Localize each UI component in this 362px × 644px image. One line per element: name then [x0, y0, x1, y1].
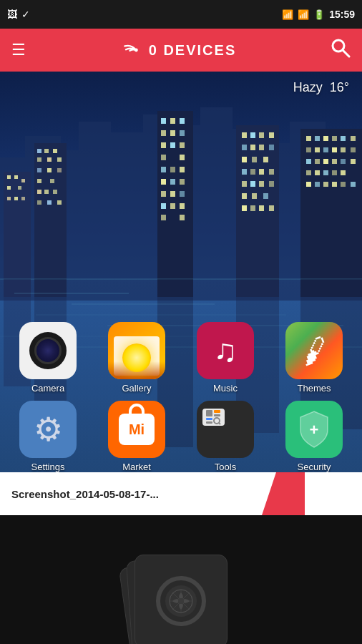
status-right-icons: 📶 📶 🔋 15:59 [282, 9, 355, 20]
camera-label: Camera [31, 383, 64, 394]
svg-rect-22 [18, 186, 21, 190]
svg-rect-89 [269, 181, 274, 187]
main-content: Hazy 16° Camera Gallery ♫ Mus [0, 72, 362, 472]
svg-rect-143 [206, 421, 212, 424]
cell-signal-icon: 📶 [298, 9, 309, 20]
svg-rect-121 [306, 182, 311, 187]
wifi-signal-icon: 📶 [282, 9, 293, 20]
security-icon: + [285, 401, 343, 458]
svg-rect-83 [250, 169, 255, 175]
svg-rect-73 [259, 132, 264, 138]
app-music[interactable]: ♫ Music [185, 322, 266, 394]
svg-rect-85 [269, 169, 274, 175]
svg-point-144 [214, 418, 220, 424]
svg-rect-88 [259, 181, 264, 187]
svg-rect-54 [161, 155, 166, 160]
weather-temperature: 16° [330, 80, 349, 94]
svg-rect-141 [214, 414, 220, 416]
svg-rect-71 [242, 132, 247, 138]
app-camera[interactable]: Camera [7, 322, 89, 394]
svg-rect-97 [300, 129, 362, 297]
svg-rect-57 [170, 167, 175, 172]
svg-rect-41 [37, 200, 41, 205]
svg-rect-23 [7, 197, 11, 200]
svg-rect-32 [57, 157, 62, 162]
svg-rect-103 [351, 136, 356, 141]
svg-rect-27 [37, 149, 41, 153]
music-note-icon: ♫ [214, 333, 238, 369]
gear-icon: ⚙ [34, 410, 63, 449]
svg-rect-49 [170, 130, 175, 136]
svg-rect-12 [200, 107, 233, 301]
svg-rect-64 [180, 191, 185, 197]
security-label: Security [298, 462, 331, 472]
app-market[interactable]: Mi Market [96, 401, 177, 472]
svg-rect-68 [161, 215, 166, 220]
svg-rect-87 [250, 181, 255, 187]
app-security[interactable]: + Security [273, 401, 355, 472]
svg-rect-34 [47, 168, 52, 172]
svg-rect-19 [14, 175, 18, 179]
svg-rect-66 [170, 203, 175, 209]
svg-rect-25 [21, 197, 25, 200]
app-tools[interactable]: Tools [185, 401, 266, 472]
card-front [134, 555, 228, 644]
svg-rect-29 [53, 149, 57, 153]
svg-rect-50 [180, 130, 185, 136]
notification-filename: Screenshot_2014-05-08-17-... [11, 488, 159, 500]
nav-title: 0 DEVICES [120, 39, 236, 62]
svg-rect-24 [14, 197, 18, 200]
search-button[interactable] [331, 38, 351, 62]
notification-bar[interactable]: Screenshot_2014-05-08-17-... 1,23 MB [0, 472, 362, 515]
app-settings[interactable]: ⚙ Settings [7, 401, 89, 472]
tools-icon [197, 401, 254, 458]
battery-icon: 🔋 [313, 9, 325, 20]
svg-rect-75 [242, 145, 247, 150]
svg-rect-78 [269, 145, 274, 150]
nav-bar: ☰ 0 DEVICES [0, 29, 362, 72]
svg-rect-43 [57, 200, 62, 205]
devices-wifi-icon [120, 39, 143, 62]
svg-rect-123 [323, 182, 328, 187]
svg-rect-37 [50, 179, 54, 183]
svg-rect-105 [315, 147, 320, 152]
svg-rect-52 [170, 142, 175, 148]
svg-rect-86 [242, 181, 247, 187]
svg-rect-102 [341, 136, 346, 141]
svg-rect-81 [263, 157, 268, 162]
weather-display: Hazy 16° [293, 80, 349, 95]
svg-rect-40 [53, 190, 57, 194]
svg-rect-74 [269, 132, 274, 138]
svg-rect-21 [7, 186, 11, 190]
menu-button[interactable]: ☰ [11, 41, 26, 59]
settings-icon: ⚙ [19, 401, 77, 458]
svg-rect-110 [306, 159, 311, 164]
weather-condition: Hazy [293, 80, 323, 94]
svg-rect-48 [161, 130, 166, 136]
svg-rect-33 [37, 168, 41, 172]
app-themes[interactable]: 🖌 Themes [273, 322, 355, 394]
app-grid: Camera Gallery ♫ Music 🖌 Themes [0, 315, 362, 472]
camera-bottom-area [0, 515, 362, 644]
svg-rect-99 [315, 136, 320, 141]
svg-rect-55 [180, 155, 185, 160]
svg-rect-139 [206, 410, 212, 416]
svg-rect-20 [21, 179, 25, 182]
svg-rect-111 [315, 159, 320, 164]
svg-rect-113 [332, 159, 337, 164]
app-gallery[interactable]: Gallery [96, 322, 177, 394]
svg-rect-93 [242, 205, 247, 211]
themes-brush-icon: 🖌 [295, 331, 333, 371]
svg-rect-95 [259, 205, 264, 211]
svg-point-152 [178, 598, 184, 604]
svg-rect-63 [170, 191, 175, 197]
svg-rect-36 [37, 179, 41, 183]
svg-rect-124 [332, 182, 337, 187]
svg-rect-80 [252, 157, 257, 162]
svg-rect-108 [341, 147, 346, 152]
svg-rect-126 [351, 182, 356, 187]
svg-rect-115 [351, 159, 356, 164]
svg-rect-58 [180, 167, 185, 172]
tools-label: Tools [215, 462, 236, 472]
svg-rect-61 [180, 179, 185, 185]
